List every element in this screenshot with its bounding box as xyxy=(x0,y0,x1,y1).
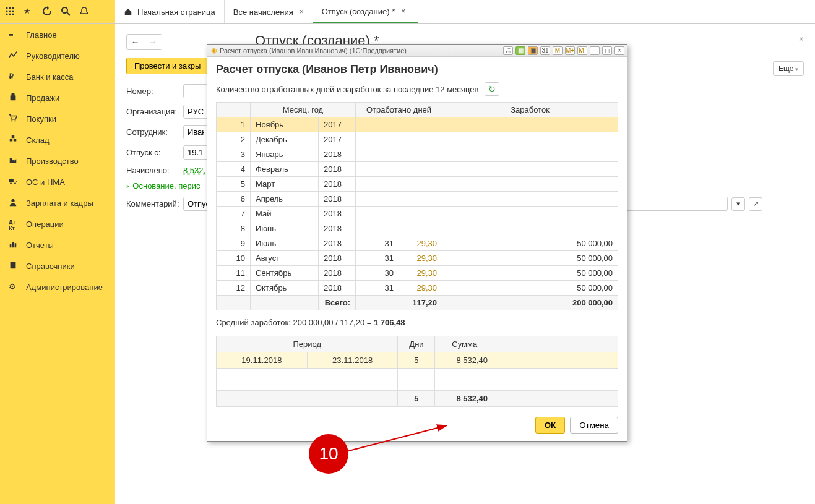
m-plus-icon[interactable]: M+ xyxy=(565,46,575,55)
close-page-icon[interactable]: × xyxy=(799,34,804,44)
table-row[interactable]: 12Октябрь20183129,3050 000,00 xyxy=(217,281,618,296)
svg-point-17 xyxy=(14,182,16,184)
modal-titlebar-text: Расчет отпуска (Иванов Иван Иванович) (1… xyxy=(220,47,503,54)
number-field[interactable] xyxy=(183,84,208,98)
tab-label: Все начисления xyxy=(233,7,293,17)
truck-icon xyxy=(9,177,19,187)
sidebar-item-reports[interactable]: Отчеты xyxy=(0,234,115,255)
m-minus-icon[interactable]: M- xyxy=(577,46,587,55)
dtkt-icon: ДтКт xyxy=(9,219,19,229)
sidebar: ≡Главное Руководителю ₽Банк и касса Прод… xyxy=(0,24,115,504)
svg-rect-20 xyxy=(12,242,14,248)
period-empty-row xyxy=(217,369,618,391)
label-comment: Комментарий: xyxy=(126,199,183,208)
svg-rect-21 xyxy=(15,243,17,247)
svg-point-4 xyxy=(9,10,11,12)
close-icon[interactable]: × xyxy=(300,7,304,16)
history-icon[interactable] xyxy=(42,6,53,17)
dropdown-button[interactable]: ▾ xyxy=(731,197,745,211)
accrued-link[interactable]: 8 532, xyxy=(183,166,205,175)
svg-point-1 xyxy=(9,7,11,9)
label-vac-from: Отпуск с: xyxy=(126,148,183,157)
period-row[interactable]: 19.11.2018 23.11.2018 5 8 532,40 xyxy=(217,352,618,369)
sidebar-item-manager[interactable]: Руководителю xyxy=(0,45,115,66)
table-row[interactable]: 4Февраль2018 xyxy=(217,162,618,177)
star-icon[interactable]: ★ xyxy=(24,6,35,17)
bars-icon xyxy=(9,240,19,250)
svg-point-8 xyxy=(12,13,14,15)
person-icon xyxy=(9,198,19,208)
svg-point-3 xyxy=(6,10,7,12)
chart-icon xyxy=(9,51,19,61)
sidebar-item-assets[interactable]: ОС и НМА xyxy=(0,171,115,192)
vac-from-field[interactable] xyxy=(183,145,208,160)
svg-rect-15 xyxy=(12,135,14,138)
calendar-icon[interactable]: ▣ xyxy=(528,46,538,55)
minimize-icon[interactable]: — xyxy=(590,46,600,55)
sidebar-item-operations[interactable]: ДтКтОперации xyxy=(0,213,115,234)
post-and-close-button[interactable]: Провести и закры xyxy=(126,58,209,74)
sidebar-item-purchases[interactable]: Покупки xyxy=(0,108,115,129)
grid-icon[interactable]: ▦ xyxy=(515,46,525,55)
refresh-button[interactable]: ↻ xyxy=(485,82,499,96)
periods-table: Период Дни Сумма 19.11.2018 23.11.2018 5… xyxy=(216,336,618,407)
apps-icon[interactable] xyxy=(5,6,16,17)
close-icon[interactable]: × xyxy=(401,7,405,15)
table-row[interactable]: 9Июль20183129,3050 000,00 xyxy=(217,236,618,251)
m-icon[interactable]: M xyxy=(553,46,563,55)
table-row[interactable]: 6Апрель2018 xyxy=(217,192,618,207)
table-row[interactable]: 8Июнь2018 xyxy=(217,221,618,236)
emp-field[interactable] xyxy=(183,125,208,139)
svg-line-10 xyxy=(67,12,70,15)
label-emp: Сотрудник: xyxy=(126,127,183,137)
top-toolbar: ★ Начальная страница Все начисления × От… xyxy=(0,0,815,24)
svg-rect-14 xyxy=(14,139,16,141)
search-icon[interactable] xyxy=(61,6,72,17)
sidebar-item-warehouse[interactable]: Склад xyxy=(0,129,115,150)
sidebar-item-main[interactable]: ≡Главное xyxy=(0,24,115,45)
table-row[interactable]: 3Январь2018 xyxy=(217,147,618,162)
org-field[interactable] xyxy=(183,105,208,119)
average-earnings: Средний заработок: 200 000,00 / 117,20 =… xyxy=(216,318,618,327)
svg-rect-19 xyxy=(10,244,12,247)
tab-home[interactable]: Начальная страница xyxy=(115,0,225,23)
table-row[interactable]: 5Март2018 xyxy=(217,177,618,192)
tab-all-accruals[interactable]: Все начисления × xyxy=(225,0,313,23)
top-icon-bar: ★ xyxy=(0,0,115,23)
open-button[interactable]: ↗ xyxy=(749,197,762,211)
modal-titlebar: ◉ Расчет отпуска (Иванов Иван Иванович) … xyxy=(207,45,627,57)
table-row[interactable]: 1Ноябрь2017 xyxy=(217,117,618,132)
svg-point-18 xyxy=(11,199,14,202)
sidebar-item-sales[interactable]: Продажи xyxy=(0,87,115,108)
more-button[interactable]: Еще xyxy=(773,61,804,76)
ok-button[interactable]: ОК xyxy=(535,417,566,434)
tab-vacation-create[interactable]: Отпуск (создание) * × xyxy=(313,0,419,23)
table-row[interactable]: 11Сентябрь20183029,3050 000,00 xyxy=(217,266,618,281)
modal-subtitle: Количество отработанных дней и заработок… xyxy=(216,85,478,94)
maximize-icon[interactable]: ◻ xyxy=(602,46,612,55)
sidebar-item-admin[interactable]: ⚙Администрирование xyxy=(0,276,115,297)
sidebar-item-payroll[interactable]: Зарплата и кадры xyxy=(0,192,115,213)
date-icon[interactable]: 31 xyxy=(540,46,550,55)
annotation-badge: 10 xyxy=(309,434,348,474)
close-icon[interactable]: × xyxy=(614,46,624,55)
boxes-icon xyxy=(9,135,19,145)
print-icon[interactable]: 🖨 xyxy=(503,46,513,55)
table-row[interactable]: 10Август20183129,3050 000,00 xyxy=(217,251,618,266)
sidebar-item-bank[interactable]: ₽Банк и касса xyxy=(0,66,115,87)
svg-point-12 xyxy=(14,120,15,121)
table-row[interactable]: 7Май2018 xyxy=(217,207,618,221)
svg-point-2 xyxy=(12,7,14,9)
nav-forward[interactable]: → xyxy=(144,35,162,49)
table-row[interactable]: 2Декабрь2017 xyxy=(217,132,618,147)
bell-icon[interactable] xyxy=(79,6,90,17)
label-org: Организация: xyxy=(126,107,183,116)
svg-point-0 xyxy=(6,7,7,9)
sidebar-item-production[interactable]: Производство xyxy=(0,150,115,171)
ruble-icon: ₽ xyxy=(9,72,19,82)
col-month: Месяц, год xyxy=(251,103,356,117)
home-icon xyxy=(124,7,132,16)
cancel-button[interactable]: Отмена xyxy=(570,417,618,434)
nav-back[interactable]: ← xyxy=(127,35,144,49)
sidebar-item-catalogs[interactable]: Справочники xyxy=(0,255,115,276)
